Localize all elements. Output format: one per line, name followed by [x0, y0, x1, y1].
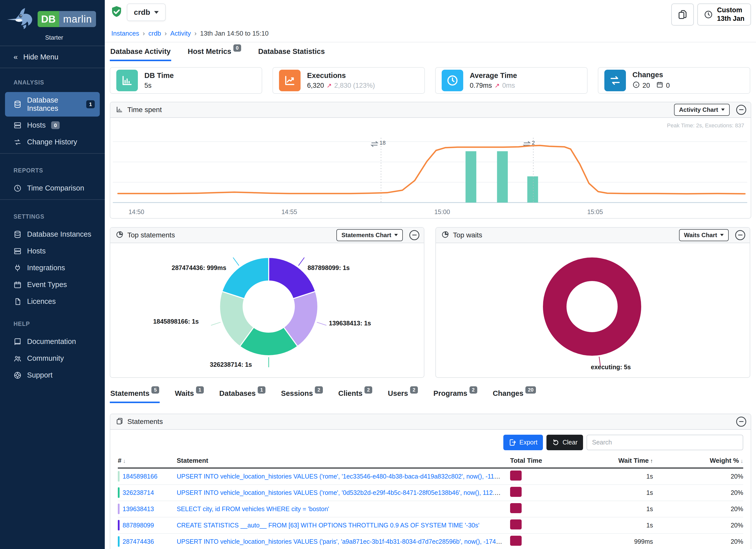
content: Database Activity Host Metrics 0 Databas… — [105, 42, 756, 549]
calendar-icon — [656, 81, 664, 90]
detail-tab-waits[interactable]: Waits 1 — [174, 389, 204, 403]
weight-value: 20% — [653, 522, 743, 529]
time-range-button[interactable]: Custom 13th Jan — [697, 4, 751, 26]
detail-tab-users[interactable]: Users 2 — [387, 389, 418, 403]
edition-label: Starter — [45, 34, 99, 41]
card-value: 6,320 — [307, 82, 324, 89]
wait-time-value: 999ms — [563, 538, 653, 545]
total-time-bar — [510, 519, 522, 529]
statement-link[interactable]: UPSERT INTO vehicle_location_histories V… — [177, 489, 510, 496]
time-spent-chart-area[interactable]: Peak Time: 2s, Executions: 837 18214:501… — [110, 118, 751, 218]
dbmarlin-wordmark: DB marlin — [38, 11, 96, 27]
breadcrumb-link[interactable]: crdb — [148, 30, 161, 37]
statement-id-link[interactable]: 287474436 — [123, 538, 154, 545]
statements-chart-dropdown[interactable]: Statements Chart — [336, 229, 403, 241]
dropdown-label: Activity Chart — [679, 106, 718, 113]
sidebar-item-community[interactable]: Community — [5, 350, 100, 367]
tab-label: Programs — [433, 389, 467, 398]
wait-time-value: 1s — [563, 489, 653, 496]
detail-tab-clients[interactable]: Clients 2 — [338, 389, 373, 403]
time-spent-panel: Time spent Activity Chart Peak Time: 2s,… — [110, 102, 751, 219]
svg-text:15:00: 15:00 — [434, 208, 450, 215]
search-input[interactable] — [587, 435, 743, 450]
top-waits-header: Top waits Waits Chart — [436, 228, 750, 243]
detail-tab-statements[interactable]: Statements 5 — [110, 389, 160, 403]
logo-block: DB marlin Starter — [0, 0, 105, 46]
statement-link[interactable]: UPSERT INTO vehicle_location_histories V… — [177, 538, 510, 545]
breadcrumb-link[interactable]: Activity — [170, 30, 191, 37]
card-delta: 0ms — [502, 82, 515, 89]
sidebar-item-support[interactable]: Support — [5, 367, 100, 383]
statement-id-link[interactable]: 326238714 — [123, 489, 154, 496]
tab-label: Waits — [175, 389, 194, 398]
column-header-statement[interactable]: Statement — [177, 457, 510, 465]
clear-button[interactable]: Clear — [546, 435, 583, 450]
column-header-weight[interactable]: Weight %↓ — [653, 457, 743, 465]
statement-id-link[interactable]: 887898099 — [123, 522, 154, 529]
hide-menu-button[interactable]: « Hide Menu — [0, 46, 105, 68]
tab-database-activity[interactable]: Database Activity — [110, 47, 171, 61]
sidebar-item-licences[interactable]: Licences — [5, 293, 100, 310]
export-button[interactable]: Export — [503, 435, 543, 450]
column-header-total-time[interactable]: Total Time — [510, 457, 563, 465]
donut-slice-label: executing: 5s — [591, 363, 631, 371]
detail-tab-programs[interactable]: Programs 2 — [433, 389, 478, 403]
sidebar-item-label: Community — [27, 354, 64, 362]
sidebar-item-database-instances[interactable]: Database Instances — [5, 226, 100, 242]
top-waits-donut[interactable]: executing: 5s — [436, 243, 750, 377]
pie-chart-icon — [441, 231, 449, 239]
time-range-date: 13th Jan — [717, 15, 744, 22]
sidebar-item-database-instances[interactable]: Database Instances 1 — [5, 92, 100, 117]
statement-id-link[interactable]: 139638413 — [123, 505, 154, 513]
statement-link[interactable]: SELECT city, id FROM vehicles WHERE city… — [177, 505, 329, 512]
column-header-id[interactable]: #↓ — [118, 457, 177, 465]
sidebar-item-label: Hosts — [27, 121, 46, 129]
svg-text:18: 18 — [380, 140, 386, 146]
sidebar-item-time-comparison[interactable]: Time Comparison — [5, 180, 100, 196]
collapse-panel-button[interactable] — [736, 105, 746, 115]
collapse-panel-button[interactable] — [736, 417, 746, 427]
statement-color-bar — [118, 520, 120, 530]
people-icon — [14, 354, 22, 362]
total-time-bar — [510, 487, 522, 497]
tab-database-statistics[interactable]: Database Statistics — [258, 47, 325, 61]
chevron-down-icon — [394, 234, 398, 236]
count-badge: 2 — [315, 386, 323, 394]
total-time-bar — [510, 471, 522, 481]
statement-link[interactable]: CREATE STATISTICS __auto__ FROM [63] WIT… — [177, 522, 479, 529]
sidebar-item-event-types[interactable]: Event Types — [5, 277, 100, 293]
copy-link-button[interactable] — [671, 4, 694, 26]
server-icon — [14, 247, 22, 255]
sidebar-item-documentation[interactable]: Documentation — [5, 333, 100, 350]
changes-card: Changes 20 0 — [598, 67, 750, 94]
sidebar-item-integrations[interactable]: Integrations — [5, 260, 100, 276]
tab-host-metrics[interactable]: Host Metrics 0 — [187, 47, 242, 61]
sidebar-item-hosts[interactable]: Hosts 0 — [5, 117, 100, 133]
donut-slice-label: 1845898166: 1s — [153, 318, 199, 325]
breadcrumb-link[interactable]: Instances — [111, 30, 139, 37]
clock-icon — [14, 184, 22, 192]
top-statements-donut[interactable]: 887898099: 1s139638413: 1s326238714: 1s1… — [110, 243, 424, 377]
trend-up-icon: ↗ — [327, 82, 332, 89]
svg-text:14:50: 14:50 — [129, 208, 144, 215]
tab-label: Host Metrics — [188, 47, 231, 56]
waits-chart-dropdown[interactable]: Waits Chart — [679, 229, 729, 241]
activity-chart-dropdown[interactable]: Activity Chart — [674, 104, 730, 116]
instance-selector[interactable]: crdb — [127, 4, 166, 21]
sidebar-item-change-history[interactable]: Change History — [5, 134, 100, 150]
tab-label: Database Statistics — [258, 47, 325, 56]
collapse-panel-button[interactable] — [735, 230, 745, 240]
detail-tab-sessions[interactable]: Sessions 2 — [280, 389, 323, 403]
collapse-panel-button[interactable] — [409, 230, 419, 240]
column-header-wait-time[interactable]: Wait Time↑ — [563, 457, 653, 465]
sidebar-item-hosts[interactable]: Hosts — [5, 243, 100, 259]
statement-link[interactable]: UPSERT INTO vehicle_location_histories V… — [177, 473, 510, 480]
detail-tab-changes[interactable]: Changes 20 — [492, 389, 537, 403]
statements-header: Statements — [110, 414, 751, 430]
database-icon — [14, 230, 22, 238]
statement-id-link[interactable]: 1845898166 — [123, 473, 157, 480]
count-badge: 2 — [410, 386, 418, 394]
detail-tab-databases[interactable]: Databases 1 — [219, 389, 266, 403]
statements-list-icon — [116, 417, 123, 426]
detail-tabs: Statements 5 Waits 1 Databases 1 Session… — [110, 389, 751, 403]
